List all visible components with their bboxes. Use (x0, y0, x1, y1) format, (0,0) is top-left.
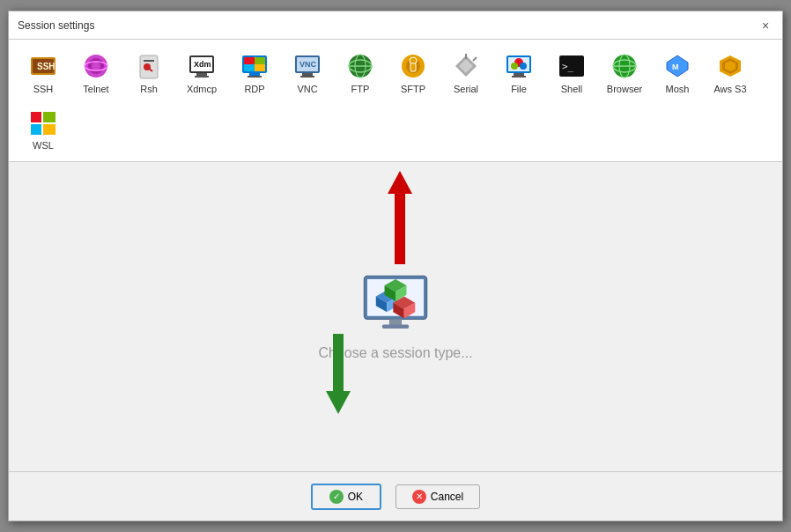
cancel-button[interactable]: ✕ Cancel (396, 484, 480, 509)
svg-point-5 (92, 62, 100, 70)
session-type-awss3[interactable]: Aws S3 (706, 47, 754, 98)
session-type-browser[interactable]: Browser (601, 47, 648, 98)
svg-rect-21 (248, 76, 262, 78)
title-bar: Session settings × (9, 11, 782, 40)
shell-icon: >_ (556, 50, 588, 82)
rdp-icon (239, 50, 270, 82)
red-arrowhead (388, 171, 412, 194)
ok-check-icon: ✓ (329, 490, 344, 504)
wsl-icon (27, 107, 59, 138)
svg-rect-12 (196, 73, 207, 76)
sftp-label: SFTP (401, 84, 425, 94)
monitor-illustration (360, 273, 431, 335)
serial-label: Serial (454, 84, 478, 94)
svg-rect-69 (389, 319, 402, 325)
session-type-toolbar: SSH SSH Telnet Rsh Xdm Xdmcp (9, 40, 782, 162)
svg-rect-25 (302, 73, 313, 76)
svg-text:>_: >_ (562, 61, 574, 72)
close-button[interactable]: × (758, 18, 773, 33)
svg-rect-43 (512, 76, 526, 78)
serial-icon (450, 50, 482, 82)
svg-rect-26 (300, 76, 314, 78)
session-type-file[interactable]: File (495, 47, 543, 98)
dialog-title: Session settings (18, 19, 94, 32)
svg-rect-16 (244, 57, 255, 64)
shell-label: Shell (561, 84, 582, 94)
red-arrow-annotation (388, 171, 412, 264)
rsh-icon (133, 50, 165, 82)
svg-rect-42 (514, 73, 524, 76)
session-type-telnet[interactable]: Telnet (72, 47, 120, 98)
svg-rect-20 (249, 73, 260, 76)
session-type-mosh[interactable]: M Mosh (654, 47, 701, 98)
svg-rect-18 (244, 64, 255, 71)
awss3-label: Aws S3 (713, 84, 746, 94)
green-arrow-shaft (333, 334, 344, 391)
svg-rect-13 (195, 76, 209, 78)
xdmcp-icon: Xdm (186, 50, 218, 82)
rdp-label: RDP (244, 84, 264, 94)
dialog-footer: ✓ OK ✕ Cancel (9, 471, 782, 521)
svg-line-36 (473, 57, 477, 61)
svg-text:SSH: SSH (37, 62, 55, 71)
session-type-rsh[interactable]: Rsh (125, 47, 173, 98)
ssh-icon: SSH (27, 50, 59, 82)
svg-rect-57 (43, 124, 55, 135)
svg-text:Xdm: Xdm (194, 60, 211, 69)
vnc-label: VNC (297, 84, 317, 94)
telnet-label: Telnet (83, 84, 108, 94)
svg-rect-55 (43, 112, 55, 122)
content-area: Choose a session type... (9, 162, 782, 471)
ftp-icon (344, 50, 376, 82)
mosh-icon: M (662, 50, 693, 82)
file-icon (503, 50, 535, 82)
cancel-x-icon: ✕ (412, 490, 426, 504)
file-label: File (511, 84, 527, 94)
session-type-serial[interactable]: Serial (442, 47, 490, 98)
session-type-ftp[interactable]: FTP (336, 47, 384, 98)
green-arrow-annotation (326, 334, 351, 414)
ftp-label: FTP (351, 84, 370, 94)
vnc-icon: VNC (292, 50, 323, 82)
session-type-wsl[interactable]: WSL (19, 103, 67, 154)
session-type-ssh[interactable]: SSH SSH (19, 47, 67, 98)
svg-point-41 (520, 63, 527, 70)
browser-label: Browser (607, 84, 642, 94)
xdmcp-label: Xdmcp (187, 84, 217, 94)
session-type-vnc[interactable]: VNC VNC (284, 47, 331, 98)
svg-rect-54 (31, 112, 41, 122)
svg-rect-17 (255, 57, 265, 64)
rsh-label: Rsh (140, 84, 158, 94)
svg-rect-34 (410, 63, 416, 71)
wsl-label: WSL (33, 140, 54, 151)
ssh-label: SSH (33, 84, 54, 94)
svg-rect-70 (382, 324, 409, 328)
svg-text:VNC: VNC (299, 60, 317, 69)
session-type-rdp[interactable]: RDP (231, 47, 278, 98)
svg-rect-19 (255, 64, 265, 71)
awss3-icon (714, 50, 746, 82)
session-type-shell[interactable]: >_ Shell (548, 47, 595, 98)
red-arrow-shaft (395, 194, 405, 264)
ok-label: OK (348, 491, 363, 503)
svg-rect-56 (31, 124, 41, 135)
green-arrowhead (326, 391, 351, 414)
session-type-sftp[interactable]: SFTP (389, 47, 437, 98)
svg-point-40 (511, 63, 518, 70)
ok-button[interactable]: ✓ OK (311, 484, 381, 510)
sftp-icon (397, 50, 429, 82)
telnet-icon (80, 50, 112, 82)
session-settings-dialog: Session settings × SSH SSH Telnet Rsh (8, 11, 783, 521)
mosh-label: Mosh (666, 84, 690, 94)
session-type-xdmcp[interactable]: Xdm Xdmcp (178, 47, 225, 98)
browser-icon (609, 50, 640, 82)
svg-text:M: M (672, 63, 679, 71)
cancel-label: Cancel (431, 491, 463, 503)
